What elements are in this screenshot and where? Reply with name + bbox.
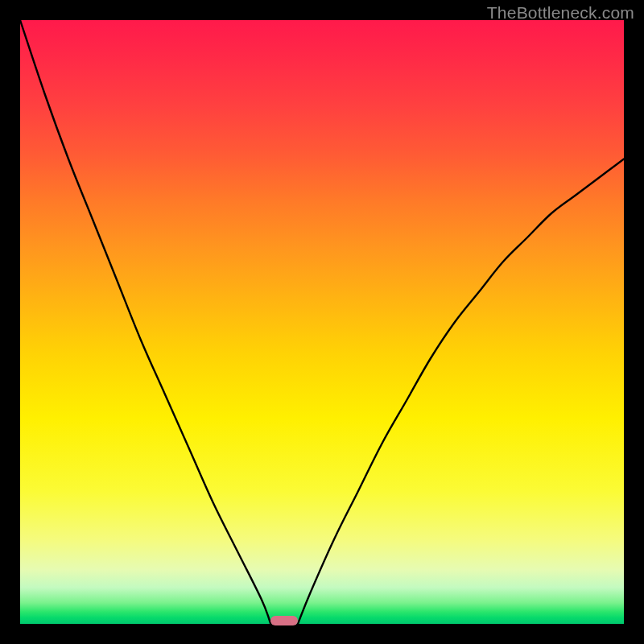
bottleneck-curve <box>20 20 624 624</box>
curve-right-branch <box>298 159 624 625</box>
watermark-text: TheBottleneck.com <box>487 3 634 23</box>
chart-plot-area <box>20 20 624 624</box>
curve-left-branch <box>20 20 270 624</box>
optimal-marker <box>270 616 298 625</box>
